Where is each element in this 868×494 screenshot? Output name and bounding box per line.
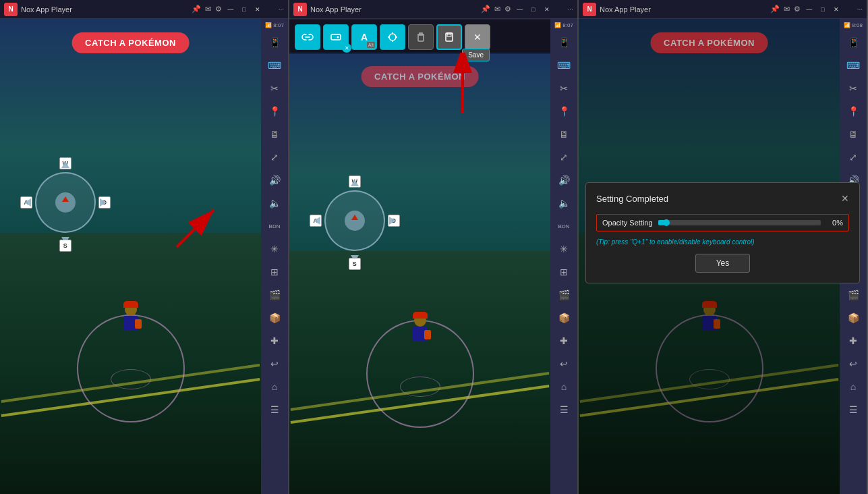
yes-button[interactable]: Yes (695, 254, 751, 273)
titlebar-3: N Nox App Player 📌 ✉ ⚙ — □ ✕ ··· (579, 0, 867, 19)
tool-delete-btn[interactable] (408, 24, 434, 50)
svg-rect-10 (418, 35, 424, 41)
opacity-slider[interactable] (658, 220, 821, 225)
sb-bdn-2[interactable]: BDN (554, 216, 574, 236)
sb-sparkle-1[interactable]: ✳ (264, 239, 285, 259)
svg-point-5 (389, 34, 396, 40)
gear-icon-1[interactable]: ⚙ (215, 5, 222, 13)
minimize-btn-2[interactable]: — (515, 5, 525, 14)
mail-icon-3[interactable]: ✉ (784, 5, 790, 13)
tool-crosshair-btn[interactable] (380, 24, 405, 50)
key-s-1[interactable]: S (59, 240, 71, 252)
catch-button-1[interactable]: CATCH A POKÉMON (71, 32, 190, 53)
sidebar-1: 📶 8:07 📱 ⌨ ✂ 📍 🖥 ⤢ 🔊 🔈 BDN ✳ ⊞ 🎬 📦 ✚ ↩ ⌂… (261, 19, 288, 494)
pin-icon-1[interactable]: 📌 (192, 5, 201, 13)
sb-film-1[interactable]: 🎬 (264, 285, 285, 305)
sb-box-2[interactable]: 📦 (554, 308, 574, 328)
sb-phone-1[interactable]: 📱 (264, 32, 285, 53)
sb-back-2[interactable]: ↩ (554, 354, 574, 374)
red-arrow-2 (442, 53, 483, 123)
sb-add-2[interactable]: ✚ (554, 331, 574, 351)
sb-film-2[interactable]: 🎬 (554, 285, 574, 305)
sb-location-2[interactable]: 📍 (554, 101, 574, 121)
sb-menu-2[interactable]: ☰ (554, 400, 574, 420)
menu-dots-1[interactable]: ··· (279, 5, 284, 13)
sb-keyboard-3[interactable]: ⌨ (843, 55, 863, 76)
sb-add-1[interactable]: ✚ (264, 331, 285, 351)
sb-home-1[interactable]: ⌂ (264, 377, 285, 397)
sb-phone-2[interactable]: 📱 (554, 32, 574, 53)
sb-grid-1[interactable]: ⊞ (264, 262, 285, 282)
sb-scissors-1[interactable]: ✂ (264, 78, 285, 99)
menu-dots-3[interactable]: ··· (857, 5, 863, 13)
catch-button-3[interactable]: CATCH A POKÉMON (650, 32, 768, 53)
sb-expand-3[interactable]: ⤢ (843, 147, 863, 167)
toolbar-2: ✕ A Alt ✕ Save (289, 20, 550, 54)
maximize-btn-3[interactable]: □ (818, 5, 828, 14)
panel-1: N Nox App Player 📌 ✉ ⚙ — □ ✕ ··· CATCH A… (0, 0, 289, 494)
sb-vol-up-2[interactable]: 🔊 (554, 170, 574, 190)
sb-scissors-3[interactable]: ✂ (843, 78, 863, 99)
svg-point-4 (337, 36, 339, 38)
sb-location-1[interactable]: 📍 (264, 101, 285, 121)
mail-icon-2[interactable]: ✉ (494, 5, 500, 13)
sb-back-3[interactable]: ↩ (843, 354, 863, 374)
tool-gamepad-btn[interactable]: ✕ (323, 24, 349, 50)
tip-text: (Tip: press "Q+1" to enable/disable keyb… (596, 238, 849, 246)
sb-vol-dn-1[interactable]: 🔈 (264, 193, 285, 213)
menu-dots-2[interactable]: ··· (568, 5, 573, 13)
time-1: 8:07 (273, 22, 284, 28)
sb-keyboard-1[interactable]: ⌨ (264, 55, 285, 76)
close-btn-1[interactable]: ✕ (253, 5, 262, 14)
joystick-2[interactable]: W A D S (324, 190, 385, 251)
sb-grid-2[interactable]: ⊞ (554, 262, 574, 282)
tool-keyboard-btn[interactable]: A Alt (351, 24, 377, 50)
sb-monitor-2[interactable]: 🖥 (554, 124, 574, 144)
close-btn-2[interactable]: ✕ (542, 5, 552, 14)
nox-logo-2: N (293, 3, 307, 16)
opacity-slider-thumb (663, 219, 670, 226)
sb-box-3[interactable]: 📦 (843, 308, 863, 328)
sb-menu-3[interactable]: ☰ (843, 400, 863, 420)
sb-sparkle-2[interactable]: ✳ (554, 239, 574, 259)
sb-expand-2[interactable]: ⤢ (554, 147, 574, 167)
sb-back-1[interactable]: ↩ (264, 354, 285, 374)
sb-location-3[interactable]: 📍 (843, 101, 863, 121)
minimize-btn-1[interactable]: — (226, 5, 235, 14)
joystick-1[interactable]: W A D S (35, 172, 96, 233)
pin-icon-3[interactable]: 📌 (770, 5, 780, 13)
tool-close-btn[interactable]: ✕ (465, 24, 490, 50)
maximize-btn-2[interactable]: □ (529, 5, 538, 14)
sb-film-3[interactable]: 🎬 (843, 285, 863, 305)
sb-vol-up-1[interactable]: 🔊 (264, 170, 285, 190)
tool-save-active-btn[interactable] (436, 24, 462, 50)
close-btn-3[interactable]: ✕ (832, 5, 841, 14)
pin-icon-2[interactable]: 📌 (481, 5, 490, 13)
tool-link-btn[interactable] (295, 24, 320, 50)
game-viewport-2: CATCH A POKÉMON W A D (289, 53, 550, 494)
sb-box-1[interactable]: 📦 (264, 308, 285, 328)
sb-bdn-1[interactable]: BDN (264, 216, 285, 236)
wifi-icon-3: 📶 (844, 22, 850, 28)
sb-home-3[interactable]: ⌂ (843, 377, 863, 397)
mail-icon-1[interactable]: ✉ (205, 5, 211, 13)
maximize-btn-1[interactable]: □ (239, 5, 249, 14)
gear-icon-3[interactable]: ⚙ (794, 5, 801, 13)
dialog-close-btn[interactable]: ✕ (841, 193, 849, 204)
sb-keyboard-2[interactable]: ⌨ (554, 55, 574, 76)
status-bar-1: 📶 8:07 (265, 22, 284, 28)
sb-scissors-2[interactable]: ✂ (554, 78, 574, 99)
gear-icon-2[interactable]: ⚙ (504, 5, 511, 13)
game-viewport-1: CATCH A POKÉMON W A D (0, 19, 261, 494)
sb-monitor-3[interactable]: 🖥 (843, 124, 863, 144)
sb-phone-3[interactable]: 📱 (843, 32, 863, 53)
key-s-2[interactable]: S (349, 258, 361, 270)
minimize-btn-3[interactable]: — (805, 5, 814, 14)
sb-menu-1[interactable]: ☰ (264, 400, 285, 420)
sb-add-3[interactable]: ✚ (843, 331, 863, 351)
titlebar-icons-1: 📌 ✉ ⚙ — □ ✕ ··· (192, 5, 284, 14)
sb-vol-dn-2[interactable]: 🔈 (554, 193, 574, 213)
sb-home-2[interactable]: ⌂ (554, 377, 574, 397)
sb-expand-1[interactable]: ⤢ (264, 147, 285, 167)
sb-monitor-1[interactable]: 🖥 (264, 124, 285, 144)
